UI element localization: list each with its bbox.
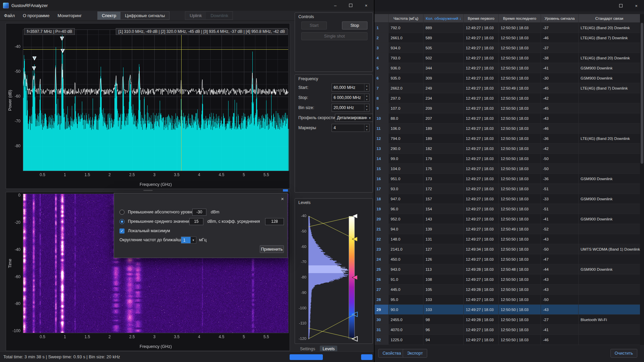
table-row[interactable]: 11106.018912:49:27 | 18.0312:50:50 | 18.… [375,123,640,134]
table-row[interactable]: 321225.09412:49:27 | 18.0312:50:50 | 18.… [375,335,640,345]
start-button[interactable]: Start [301,21,327,30]
table-row[interactable]: 22661.058912:49:27 | 18.0312:50:50 | 18.… [375,33,640,43]
table-row[interactable]: 314070.09612:49:27 | 18.0312:50:50 | 18.… [375,325,640,335]
table-row[interactable]: 9107.020912:49:27 | 18.0312:50:50 | 18.0… [375,103,640,113]
spin-buttons[interactable]: ▲▼ [364,94,369,101]
view-tab[interactable]: Цифровые сигналы [120,12,169,19]
table-row[interactable]: 2990.010312:49:27 | 18.0312:50:50 | 18.0… [375,305,640,315]
table-row[interactable]: 1793.017212:49:27 | 18.0312:50:50 | 18.0… [375,184,640,194]
row-number-header[interactable] [375,14,389,23]
table-row[interactable]: 27445.010512:49:28 | 18.0312:50:50 | 18.… [375,285,640,295]
menu-item[interactable]: О программе [19,11,54,20]
table-cell: 249 [424,83,464,93]
clear-button[interactable]: Очистить [610,349,637,358]
local-max-checkbox[interactable]: ✓ [119,228,125,234]
spectrum-chart[interactable] [6,23,290,189]
levels-editor[interactable] [296,206,372,342]
column-header[interactable]: Стандарт связи [579,14,640,23]
maximize-button[interactable] [343,0,358,11]
table-cell: 157 [424,194,464,204]
table-row[interactable]: 16951.017312:49:27 | 18.0312:50:50 | 18.… [375,174,640,184]
spin-up-icon[interactable]: ▲ [364,84,369,88]
spin-down-icon[interactable]: ▼ [364,108,369,111]
table-row[interactable]: 5936.034412:49:27 | 18.0312:50:50 | 18.0… [375,63,640,73]
row-number-cell: 9 [375,103,389,113]
plot-splitter[interactable] [6,189,290,192]
menu-item[interactable]: Мониторинг [54,11,86,20]
splitter-handle[interactable] [283,189,288,192]
column-header[interactable]: Частота (мГц) [389,14,424,23]
column-header[interactable]: Кол. обнаружений↓ [424,14,464,23]
column-header[interactable]: Уровень сигнала [541,14,579,23]
table-scrollbar[interactable] [640,14,644,345]
spin-up-icon[interactable]: ▲ [364,124,369,128]
properties-button[interactable]: Свойства [378,349,405,358]
rounding-unit: мГц [199,238,207,242]
table-row[interactable]: 6935.030912:49:27 | 18.0312:50:50 | 18.0… [375,73,640,83]
table-row[interactable]: 18947.015712:49:27 | 18.0312:50:50 | 18.… [375,194,640,204]
abs-level-radio[interactable] [119,210,125,215]
table-row[interactable]: 1088.020712:49:27 | 18.0312:50:50 | 18.0… [375,113,640,123]
speed-profile-select[interactable]: Детализированный▾ [335,114,373,122]
spin-up-icon[interactable]: ▲ [364,104,369,108]
table-row[interactable]: 1499.017912:49:27 | 18.0312:50:50 | 18.0… [375,154,640,164]
table-cell: -51 [541,184,579,194]
link-tab[interactable]: Uplink [185,12,206,19]
minimize-button[interactable]: – [328,0,343,11]
table-row[interactable]: 25943.011312:49:28 | 18.0312:50:48 | 18.… [375,264,640,274]
table-row[interactable]: 3934.050512:49:27 | 18.0312:50:50 | 18.0… [375,43,640,53]
dialog-close-button[interactable]: × [281,196,284,202]
table-row[interactable]: 4793.050212:49:27 | 18.0312:50:50 | 18.0… [375,53,640,63]
spin-down-icon[interactable]: ▼ [364,98,369,101]
spin-buttons[interactable]: ▲▼ [364,84,369,91]
spin-up-icon[interactable]: ▲ [364,94,369,98]
table-row[interactable]: 302455.09812:49:28 | 18.0312:50:50 | 18.… [375,315,640,325]
maximize-button[interactable] [613,0,629,11]
table-row[interactable]: 1792.088912:49:27 | 18.0312:50:50 | 18.0… [375,23,640,33]
table-cell: 96.0 [389,204,424,214]
export-button[interactable]: Экспорт [403,349,427,358]
table-row[interactable]: 20952.014312:49:27 | 18.0312:50:50 | 18.… [375,214,640,224]
table-row[interactable]: 22148.013112:49:27 | 18.0312:50:50 | 18.… [375,234,640,244]
spin-input[interactable]: 60,000 MHz▲▼ [332,84,369,92]
spin-input[interactable]: 4▲▼ [332,124,369,132]
spin-buttons[interactable]: ▲▼ [364,104,369,111]
table-row[interactable]: 15104.017512:49:27 | 18.0312:50:50 | 18.… [375,164,640,174]
avg-level-radio[interactable] [119,219,125,224]
round-freq-select[interactable]: 1 ▾ [181,237,196,244]
stop-button[interactable]: Stop [342,21,367,30]
table-row[interactable]: 2194.013912:49:27 | 18.0312:50:49 | 18.0… [375,224,640,234]
table-cell: -30 [541,73,579,83]
table-row[interactable]: 13290.018212:49:27 | 18.0312:50:50 | 18.… [375,144,640,154]
table-cell: 12:50:50 | 18.03 [499,164,541,174]
table-row[interactable]: 12794.018912:49:27 | 18.0312:50:50 | 18.… [375,134,640,144]
rounding-label: Округление частот до ближайших [119,238,185,242]
spin-input[interactable]: 6 000,000 MHz▲▼ [332,94,369,102]
table-cell: GSM900 Downlink [579,214,640,224]
table-row[interactable]: 2691.010812:49:27 | 18.0312:50:50 | 18.0… [375,274,640,285]
abs-level-input[interactable]: -30 [192,209,206,216]
table-cell [579,184,640,194]
scrollbar-thumb[interactable] [641,23,643,164]
table-row[interactable]: 1996.015412:49:27 | 18.0312:50:50 | 18.0… [375,204,640,214]
spin-down-icon[interactable]: ▼ [364,128,369,132]
single-shot-button[interactable]: Single shot [301,32,367,40]
column-header[interactable]: Время первого [464,14,499,23]
view-tab[interactable]: Спектр [98,12,121,19]
spin-down-icon[interactable]: ▼ [364,88,369,91]
table-row[interactable]: 24450.012612:49:27 | 18.0312:50:50 | 18.… [375,254,640,264]
table-row[interactable]: 2895.010312:49:27 | 18.0312:50:50 | 18.0… [375,295,640,305]
close-button[interactable]: × [629,0,644,11]
spin-input[interactable]: 20,000 kHz▲▼ [332,104,369,112]
table-row[interactable]: 8297.023412:49:27 | 18.0312:50:50 | 18.0… [375,93,640,103]
avg-level-input[interactable]: 15 [189,218,203,225]
close-button[interactable]: × [358,0,374,11]
avg-coeff-input[interactable]: 128 [265,218,284,225]
link-tab[interactable]: Downlink [206,12,233,19]
spin-buttons[interactable]: ▲▼ [364,124,369,132]
table-row[interactable]: 232141.012712:49:34 | 18.0312:50:50 | 18… [375,244,640,254]
table-row[interactable]: 72662.024912:49:27 | 18.0312:50:49 | 18.… [375,83,640,93]
apply-button[interactable]: Применить [260,245,284,253]
menu-item[interactable]: Файл [0,11,19,20]
column-header[interactable]: Время последнего [499,14,541,23]
